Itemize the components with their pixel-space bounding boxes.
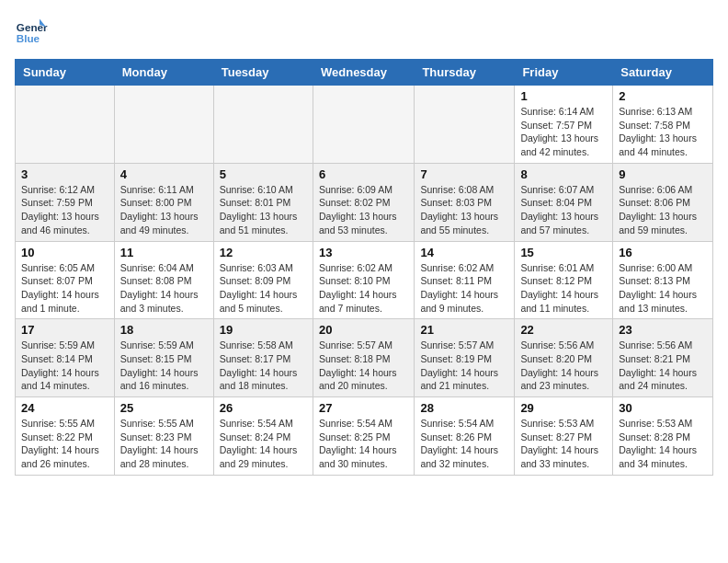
day-number: 25 bbox=[120, 401, 208, 415]
calendar-day-6: 6Sunrise: 6:09 AM Sunset: 8:02 PM Daylig… bbox=[313, 163, 414, 241]
day-number: 5 bbox=[220, 167, 307, 181]
calendar-day-7: 7Sunrise: 6:08 AM Sunset: 8:03 PM Daylig… bbox=[415, 163, 515, 241]
day-info: Sunrise: 6:04 AM Sunset: 8:08 PM Dayligh… bbox=[120, 261, 208, 316]
calendar-day-12: 12Sunrise: 6:03 AM Sunset: 8:09 PM Dayli… bbox=[213, 241, 313, 319]
day-number: 26 bbox=[220, 401, 307, 415]
calendar-week-5: 24Sunrise: 5:55 AM Sunset: 8:22 PM Dayli… bbox=[16, 397, 713, 476]
calendar-week-1: 1Sunrise: 6:14 AM Sunset: 7:57 PM Daylig… bbox=[16, 86, 713, 164]
day-number: 21 bbox=[420, 323, 508, 337]
calendar-day-23: 23Sunrise: 5:56 AM Sunset: 8:21 PM Dayli… bbox=[613, 319, 713, 397]
day-number: 15 bbox=[520, 246, 607, 259]
day-info: Sunrise: 5:55 AM Sunset: 8:22 PM Dayligh… bbox=[21, 417, 108, 471]
day-info: Sunrise: 5:54 AM Sunset: 8:24 PM Dayligh… bbox=[220, 417, 307, 471]
day-number: 16 bbox=[619, 246, 707, 259]
calendar-day-20: 20Sunrise: 5:57 AM Sunset: 8:18 PM Dayli… bbox=[313, 319, 414, 397]
calendar-header-thursday: Thursday bbox=[415, 60, 515, 86]
day-info: Sunrise: 5:54 AM Sunset: 8:26 PM Dayligh… bbox=[420, 417, 508, 471]
calendar-day-1: 1Sunrise: 6:14 AM Sunset: 7:57 PM Daylig… bbox=[515, 86, 613, 164]
day-info: Sunrise: 5:53 AM Sunset: 8:27 PM Dayligh… bbox=[520, 417, 607, 471]
day-info: Sunrise: 6:09 AM Sunset: 8:02 PM Dayligh… bbox=[319, 183, 408, 237]
day-number: 10 bbox=[21, 246, 108, 259]
logo: General Blue bbox=[15, 15, 51, 48]
calendar-week-3: 10Sunrise: 6:05 AM Sunset: 8:07 PM Dayli… bbox=[16, 241, 713, 319]
day-number: 11 bbox=[120, 246, 208, 259]
calendar-day-5: 5Sunrise: 6:10 AM Sunset: 8:01 PM Daylig… bbox=[213, 163, 313, 241]
day-info: Sunrise: 5:59 AM Sunset: 8:15 PM Dayligh… bbox=[120, 339, 208, 393]
day-info: Sunrise: 6:05 AM Sunset: 8:07 PM Dayligh… bbox=[21, 261, 108, 316]
day-number: 20 bbox=[319, 323, 408, 337]
calendar-day-empty bbox=[16, 86, 115, 164]
day-number: 17 bbox=[21, 323, 108, 337]
day-info: Sunrise: 6:12 AM Sunset: 7:59 PM Dayligh… bbox=[21, 183, 108, 237]
svg-text:Blue: Blue bbox=[17, 32, 40, 44]
calendar-header-sunday: Sunday bbox=[16, 60, 115, 86]
day-info: Sunrise: 5:56 AM Sunset: 8:20 PM Dayligh… bbox=[520, 339, 607, 393]
day-number: 8 bbox=[520, 167, 607, 181]
calendar-day-empty bbox=[114, 86, 213, 164]
day-info: Sunrise: 6:03 AM Sunset: 8:09 PM Dayligh… bbox=[220, 261, 307, 316]
calendar-day-17: 17Sunrise: 5:59 AM Sunset: 8:14 PM Dayli… bbox=[16, 319, 115, 397]
day-info: Sunrise: 5:54 AM Sunset: 8:25 PM Dayligh… bbox=[319, 417, 408, 471]
day-number: 27 bbox=[319, 401, 408, 415]
calendar-header-tuesday: Tuesday bbox=[213, 60, 313, 86]
calendar-day-empty bbox=[213, 86, 313, 164]
day-number: 30 bbox=[619, 401, 707, 415]
day-number: 14 bbox=[420, 246, 508, 259]
calendar-week-2: 3Sunrise: 6:12 AM Sunset: 7:59 PM Daylig… bbox=[16, 163, 713, 241]
logo-icon: General Blue bbox=[15, 15, 48, 48]
calendar-day-24: 24Sunrise: 5:55 AM Sunset: 8:22 PM Dayli… bbox=[16, 397, 115, 476]
calendar-day-19: 19Sunrise: 5:58 AM Sunset: 8:17 PM Dayli… bbox=[213, 319, 313, 397]
day-info: Sunrise: 5:59 AM Sunset: 8:14 PM Dayligh… bbox=[21, 339, 108, 393]
day-number: 2 bbox=[619, 89, 707, 103]
calendar-day-30: 30Sunrise: 5:53 AM Sunset: 8:28 PM Dayli… bbox=[613, 397, 713, 476]
day-info: Sunrise: 5:57 AM Sunset: 8:18 PM Dayligh… bbox=[319, 339, 408, 393]
day-number: 6 bbox=[319, 167, 408, 181]
day-info: Sunrise: 5:56 AM Sunset: 8:21 PM Dayligh… bbox=[619, 339, 707, 393]
calendar-day-11: 11Sunrise: 6:04 AM Sunset: 8:08 PM Dayli… bbox=[114, 241, 213, 319]
day-info: Sunrise: 6:02 AM Sunset: 8:10 PM Dayligh… bbox=[319, 261, 408, 316]
calendar-day-21: 21Sunrise: 5:57 AM Sunset: 8:19 PM Dayli… bbox=[415, 319, 515, 397]
calendar-header-row: SundayMondayTuesdayWednesdayThursdayFrid… bbox=[16, 60, 713, 86]
day-info: Sunrise: 5:53 AM Sunset: 8:28 PM Dayligh… bbox=[619, 417, 707, 471]
day-number: 28 bbox=[420, 401, 508, 415]
day-info: Sunrise: 6:13 AM Sunset: 7:58 PM Dayligh… bbox=[619, 105, 707, 159]
day-number: 12 bbox=[220, 246, 307, 259]
calendar-table: SundayMondayTuesdayWednesdayThursdayFrid… bbox=[15, 59, 713, 476]
day-info: Sunrise: 6:10 AM Sunset: 8:01 PM Dayligh… bbox=[220, 183, 307, 237]
calendar-header-wednesday: Wednesday bbox=[313, 60, 414, 86]
day-number: 13 bbox=[319, 246, 408, 259]
calendar-day-4: 4Sunrise: 6:11 AM Sunset: 8:00 PM Daylig… bbox=[114, 163, 213, 241]
day-info: Sunrise: 6:02 AM Sunset: 8:11 PM Dayligh… bbox=[420, 261, 508, 316]
calendar-day-15: 15Sunrise: 6:01 AM Sunset: 8:12 PM Dayli… bbox=[515, 241, 613, 319]
calendar-day-16: 16Sunrise: 6:00 AM Sunset: 8:13 PM Dayli… bbox=[613, 241, 713, 319]
calendar-day-8: 8Sunrise: 6:07 AM Sunset: 8:04 PM Daylig… bbox=[515, 163, 613, 241]
calendar-day-9: 9Sunrise: 6:06 AM Sunset: 8:06 PM Daylig… bbox=[613, 163, 713, 241]
day-info: Sunrise: 5:58 AM Sunset: 8:17 PM Dayligh… bbox=[220, 339, 307, 393]
day-number: 23 bbox=[619, 323, 707, 337]
calendar-day-18: 18Sunrise: 5:59 AM Sunset: 8:15 PM Dayli… bbox=[114, 319, 213, 397]
day-number: 7 bbox=[420, 167, 508, 181]
day-info: Sunrise: 6:11 AM Sunset: 8:00 PM Dayligh… bbox=[120, 183, 208, 237]
day-number: 24 bbox=[21, 401, 108, 415]
page-header: General Blue bbox=[15, 15, 713, 48]
calendar-day-2: 2Sunrise: 6:13 AM Sunset: 7:58 PM Daylig… bbox=[613, 86, 713, 164]
calendar-day-27: 27Sunrise: 5:54 AM Sunset: 8:25 PM Dayli… bbox=[313, 397, 414, 476]
day-number: 19 bbox=[220, 323, 307, 337]
calendar-header-friday: Friday bbox=[515, 60, 613, 86]
calendar-header-saturday: Saturday bbox=[613, 60, 713, 86]
day-number: 4 bbox=[120, 167, 208, 181]
calendar-day-29: 29Sunrise: 5:53 AM Sunset: 8:27 PM Dayli… bbox=[515, 397, 613, 476]
day-number: 1 bbox=[520, 89, 607, 103]
day-number: 9 bbox=[619, 167, 707, 181]
calendar-day-28: 28Sunrise: 5:54 AM Sunset: 8:26 PM Dayli… bbox=[415, 397, 515, 476]
calendar-day-26: 26Sunrise: 5:54 AM Sunset: 8:24 PM Dayli… bbox=[213, 397, 313, 476]
calendar-day-25: 25Sunrise: 5:55 AM Sunset: 8:23 PM Dayli… bbox=[114, 397, 213, 476]
calendar-header-monday: Monday bbox=[114, 60, 213, 86]
calendar-day-empty bbox=[313, 86, 414, 164]
calendar-day-3: 3Sunrise: 6:12 AM Sunset: 7:59 PM Daylig… bbox=[16, 163, 115, 241]
day-info: Sunrise: 5:55 AM Sunset: 8:23 PM Dayligh… bbox=[120, 417, 208, 471]
calendar-day-10: 10Sunrise: 6:05 AM Sunset: 8:07 PM Dayli… bbox=[16, 241, 115, 319]
day-number: 18 bbox=[120, 323, 208, 337]
calendar-week-4: 17Sunrise: 5:59 AM Sunset: 8:14 PM Dayli… bbox=[16, 319, 713, 397]
calendar-day-14: 14Sunrise: 6:02 AM Sunset: 8:11 PM Dayli… bbox=[415, 241, 515, 319]
